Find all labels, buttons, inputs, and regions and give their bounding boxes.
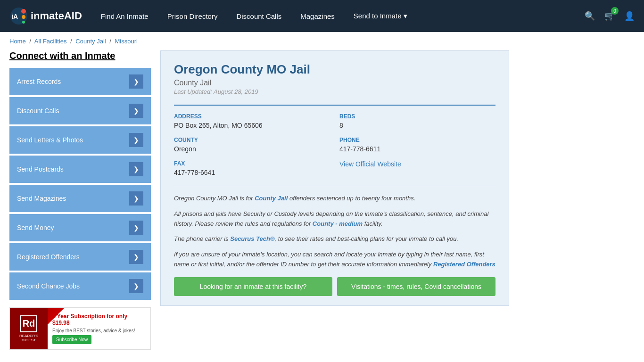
breadcrumb: Home / All Facilities / County Jail / Mi…: [0, 32, 644, 50]
nav-send-to-inmate[interactable]: Send to Inmate ▾: [354, 12, 407, 20]
ad-subtext: Enjoy the BEST stories, advice & jokes!: [52, 328, 146, 333]
main-container: Connect with an Inmate Arrest Records ❯ …: [0, 50, 519, 362]
facility-info-grid: ADDRESS PO Box 265, Alton, MO 65606 BEDS…: [174, 105, 495, 176]
registered-offenders-link[interactable]: Registered Offenders: [433, 261, 495, 268]
svg-point-4: [22, 21, 25, 24]
arrow-icon: ❯: [129, 250, 143, 264]
securus-link[interactable]: Securus Tech®: [230, 235, 274, 242]
main-header: iA inmateAID Find An Inmate Prison Direc…: [0, 0, 644, 32]
fax-value: 417-778-6641: [174, 169, 330, 176]
address-label: ADDRESS: [174, 113, 330, 120]
arrow-icon: ❯: [129, 191, 143, 206]
county-jail-link[interactable]: County Jail: [255, 195, 288, 202]
desc-para-3: The phone carrier is Securus Tech®, to s…: [174, 234, 495, 244]
svg-text:iA: iA: [11, 13, 18, 20]
county-label: COUNTY: [174, 137, 330, 143]
county-medium-link[interactable]: County - medium: [313, 220, 363, 227]
facility-card: Oregon County MO Jail County Jail Last U…: [160, 50, 509, 306]
breadcrumb-county-jail[interactable]: County Jail: [75, 38, 106, 45]
header-icons: 🔍 🛒 0 👤: [585, 11, 635, 21]
description-section: Oregon County MO Jail is for County Jail…: [174, 186, 495, 270]
desc-para-4: If you are unsure of your inmate's locat…: [174, 250, 495, 270]
arrow-icon: ❯: [129, 133, 143, 147]
ad-headline: 1 Year Subscription for only $19.98: [52, 313, 146, 326]
sidebar-item-arrest-records[interactable]: Arrest Records ❯: [9, 68, 151, 95]
main-nav: Find An Inmate Prison Directory Discount…: [101, 12, 585, 20]
beds-label: BEDS: [339, 113, 495, 120]
content-area: Oregon County MO Jail County Jail Last U…: [160, 50, 509, 350]
sidebar-item-label: Discount Calls: [17, 107, 59, 115]
arrow-icon: ❯: [129, 104, 143, 118]
sidebar-item-label: Arrest Records: [17, 78, 61, 85]
desc-para-1: Oregon County MO Jail is for County Jail…: [174, 194, 495, 204]
address-block: ADDRESS PO Box 265, Alton, MO 65606: [174, 113, 330, 129]
sidebar: Connect with an Inmate Arrest Records ❯ …: [9, 50, 151, 350]
cart-icon[interactable]: 🛒 0: [604, 11, 615, 21]
facility-last-updated: Last Updated: August 28, 2019: [174, 88, 495, 95]
phone-value: 417-778-6611: [339, 145, 495, 153]
cart-badge: 0: [611, 7, 619, 15]
official-website-link[interactable]: View Official Website: [339, 160, 401, 168]
sidebar-item-send-letters[interactable]: Send Letters & Photos ❯: [9, 126, 151, 154]
breadcrumb-home[interactable]: Home: [9, 38, 26, 45]
ad-right-panel: 1 Year Subscription for only $19.98 Enjo…: [48, 309, 150, 348]
logo-area[interactable]: iA inmateAID: [9, 7, 82, 25]
arrow-icon: ❯: [129, 279, 143, 293]
action-buttons: Looking for an inmate at this facility? …: [174, 277, 495, 296]
county-value: Oregon: [174, 145, 330, 153]
desc-para-2: All prisons and jails have Security or C…: [174, 209, 495, 229]
fax-block: FAX 417-778-6641: [174, 160, 330, 176]
logo-text: inmateAID: [31, 10, 82, 22]
svg-point-3: [22, 15, 25, 19]
phone-label: PHONE: [339, 137, 495, 143]
facility-name: Oregon County MO Jail: [174, 62, 495, 77]
sidebar-item-discount-calls[interactable]: Discount Calls ❯: [9, 97, 151, 124]
search-icon[interactable]: 🔍: [585, 11, 595, 21]
sidebar-item-label: Registered Offenders: [17, 253, 80, 261]
sidebar-item-label: Send Money: [17, 224, 54, 231]
nav-find-inmate[interactable]: Find An Inmate: [101, 12, 149, 20]
find-inmate-button[interactable]: Looking for an inmate at this facility?: [174, 277, 332, 296]
ad-rd-title: READER'S DIGEST: [12, 334, 45, 342]
ad-subscribe-button[interactable]: Subscribe Now: [52, 335, 91, 344]
fax-label: FAX: [174, 160, 330, 167]
arrow-icon: ❯: [129, 74, 143, 89]
beds-block: BEDS 8: [339, 113, 495, 129]
phone-block: PHONE 417-778-6611: [339, 137, 495, 153]
breadcrumb-missouri[interactable]: Missouri: [115, 38, 138, 45]
sidebar-item-send-magazines[interactable]: Send Magazines ❯: [9, 185, 151, 212]
sidebar-item-label: Send Letters & Photos: [17, 136, 83, 144]
ad-rd-logo: Rd: [20, 315, 37, 332]
arrow-icon: ❯: [129, 221, 143, 235]
sidebar-item-send-money[interactable]: Send Money ❯: [9, 214, 151, 241]
ad-left-panel: Rd READER'S DIGEST: [10, 308, 48, 349]
user-icon[interactable]: 👤: [624, 11, 635, 21]
sidebar-item-send-postcards[interactable]: Send Postcards ❯: [9, 156, 151, 183]
sidebar-title: Connect with an Inmate: [9, 50, 151, 61]
sidebar-item-label: Send Postcards: [17, 165, 64, 173]
arrow-icon: ❯: [129, 162, 143, 176]
nav-discount-calls[interactable]: Discount Calls: [236, 12, 281, 20]
ad-banner[interactable]: Rd READER'S DIGEST 1 Year Subscription f…: [9, 307, 151, 350]
sidebar-item-label: Second Chance Jobs: [17, 282, 80, 290]
website-block: View Official Website: [339, 160, 495, 176]
sidebar-item-registered-offenders[interactable]: Registered Offenders ❯: [9, 243, 151, 271]
nav-prison-directory[interactable]: Prison Directory: [167, 12, 218, 20]
logo-icon: iA: [9, 7, 28, 25]
county-block: COUNTY Oregon: [174, 137, 330, 153]
nav-magazines[interactable]: Magazines: [300, 12, 335, 20]
visitations-button[interactable]: Visitations - times, rules, Covid cancel…: [337, 277, 495, 296]
beds-value: 8: [339, 122, 495, 129]
svg-point-2: [21, 9, 26, 14]
address-value: PO Box 265, Alton, MO 65606: [174, 122, 330, 129]
sidebar-item-label: Send Magazines: [17, 195, 66, 202]
sidebar-item-second-chance[interactable]: Second Chance Jobs ❯: [9, 272, 151, 300]
facility-type: County Jail: [174, 79, 495, 87]
breadcrumb-all-facilities[interactable]: All Facilities: [34, 38, 67, 45]
